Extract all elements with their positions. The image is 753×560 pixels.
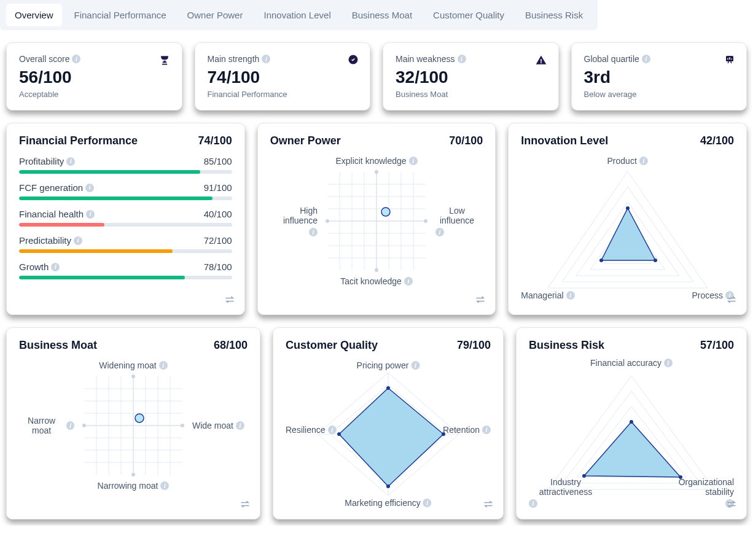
info-icon[interactable]: i xyxy=(482,426,491,434)
info-icon[interactable]: i xyxy=(51,263,60,271)
tab-financial-performance[interactable]: Financial Performance xyxy=(66,4,175,26)
metric-bar xyxy=(19,249,232,253)
panel-business-risk: Business Risk 57/100 Financial accuracyi… xyxy=(516,327,747,519)
info-icon[interactable]: i xyxy=(309,228,318,236)
innovation-chart xyxy=(526,159,729,300)
global-quartile-value: 3rd xyxy=(584,68,735,87)
info-icon[interactable]: i xyxy=(85,184,94,192)
warning-icon xyxy=(535,54,547,69)
tab-customer-quality[interactable]: Customer Quality xyxy=(424,4,513,26)
panel-title: Owner Power xyxy=(270,134,341,147)
panel-title: Business Risk xyxy=(529,339,604,352)
swap-icon[interactable] xyxy=(474,294,486,308)
info-icon[interactable]: i xyxy=(66,157,75,166)
svg-point-46 xyxy=(131,375,135,378)
panel-innovation-level: Innovation Level 42/100 Producti Process… xyxy=(508,123,747,315)
swap-icon[interactable] xyxy=(224,294,236,308)
metric-bar xyxy=(19,170,232,174)
info-icon[interactable]: i xyxy=(423,499,432,507)
panel-title: Business Moat xyxy=(19,339,97,352)
swap-icon[interactable] xyxy=(725,498,738,513)
info-icon[interactable]: i xyxy=(566,291,575,300)
metric-row: Financial healthi 40/100 xyxy=(19,209,232,227)
swap-icon[interactable] xyxy=(482,498,494,513)
swap-icon[interactable] xyxy=(239,498,251,513)
axis-left: High influencei xyxy=(275,206,318,236)
info-icon[interactable]: i xyxy=(160,481,169,490)
tab-business-moat[interactable]: Business Moat xyxy=(343,4,421,26)
info-icon[interactable]: i xyxy=(74,236,82,245)
card-global-quartile: Global quartile i 3rd Below average xyxy=(571,42,747,111)
tab-overview[interactable]: Overview xyxy=(6,4,62,26)
panel-score: 74/100 xyxy=(198,134,232,147)
axis-retention: Retentioni xyxy=(443,425,491,435)
global-quartile-sub: Below average xyxy=(584,90,735,99)
panel-owner-power: Owner Power 70/100 Explicit knowledgei H… xyxy=(257,123,496,315)
metric-row: Growthi 78/100 xyxy=(19,262,232,279)
svg-point-19 xyxy=(375,268,378,272)
info-icon[interactable]: i xyxy=(159,361,168,370)
metric-bar xyxy=(19,276,232,279)
panel-title: Financial Performance xyxy=(19,134,138,147)
axis-managerial: Manageriali xyxy=(521,290,574,300)
tab-business-risk[interactable]: Business Risk xyxy=(517,4,591,26)
svg-point-67 xyxy=(630,420,633,424)
metric-label: Profitabilityi xyxy=(19,156,75,166)
panel-customer-quality: Customer Quality 79/100 Pricing poweri R… xyxy=(273,327,504,519)
panel-score: 68/100 xyxy=(214,339,248,352)
info-icon[interactable]: i xyxy=(72,55,80,63)
swap-icon[interactable] xyxy=(725,294,738,308)
main-weakness-sub: Business Moat xyxy=(396,90,546,99)
panel-score: 42/100 xyxy=(700,134,734,147)
main-strength-sub: Financial Performance xyxy=(208,90,358,99)
svg-marker-66 xyxy=(584,422,681,477)
info-icon[interactable]: i xyxy=(411,361,419,370)
info-icon[interactable]: i xyxy=(409,157,418,165)
main-weakness-title: Main weakness xyxy=(396,54,455,64)
metric-value: 91/100 xyxy=(204,182,232,193)
main-strength-title: Main strength xyxy=(208,54,260,64)
panel-financial-performance: Financial Performance 74/100 Profitabili… xyxy=(6,123,245,315)
axis-right: Low influencei xyxy=(435,206,478,236)
info-icon[interactable]: i xyxy=(435,228,444,236)
metric-row: FCF generationi 91/100 xyxy=(19,182,232,200)
svg-point-45 xyxy=(181,424,184,427)
card-main-strength: Main strength i 74/100 Financial Perform… xyxy=(195,42,371,111)
axis-right: Wide moati xyxy=(192,421,248,430)
svg-point-18 xyxy=(375,170,378,174)
main-strength-value: 74/100 xyxy=(208,68,358,87)
axis-bottom: Narrowing moati xyxy=(98,481,170,491)
metric-label: FCF generationi xyxy=(19,182,94,193)
svg-point-47 xyxy=(131,473,135,476)
info-icon[interactable]: i xyxy=(262,55,270,63)
metric-bar xyxy=(19,223,232,227)
info-icon[interactable]: i xyxy=(86,210,95,219)
axis-financial-accuracy: Financial accuracyi xyxy=(590,358,673,368)
tab-innovation-level[interactable]: Innovation Level xyxy=(255,4,339,26)
overall-score-title: Overall score xyxy=(19,54,69,64)
info-icon[interactable]: i xyxy=(642,55,650,63)
main-weakness-value: 32/100 xyxy=(396,68,546,87)
card-overall-score: Overall score i 56/100 Acceptable xyxy=(6,42,182,111)
info-icon[interactable]: i xyxy=(529,499,537,508)
metric-value: 78/100 xyxy=(204,262,232,272)
svg-point-17 xyxy=(424,219,427,223)
svg-point-20 xyxy=(381,208,390,216)
check-icon xyxy=(348,54,359,68)
metric-value: 40/100 xyxy=(204,209,232,219)
axis-resilience: Resiliencei xyxy=(286,425,337,435)
svg-marker-26 xyxy=(601,208,655,260)
info-icon[interactable]: i xyxy=(458,55,466,63)
svg-point-29 xyxy=(599,259,603,262)
axis-top: Explicit knowledgei xyxy=(335,156,417,166)
info-icon[interactable]: i xyxy=(328,426,337,434)
info-icon[interactable]: i xyxy=(404,277,413,286)
panel-title: Innovation Level xyxy=(521,134,608,147)
info-icon[interactable]: i xyxy=(639,157,648,165)
axis-left: Narrow moati xyxy=(19,416,74,435)
panel-title: Customer Quality xyxy=(286,339,378,352)
info-icon[interactable]: i xyxy=(664,359,673,367)
info-icon[interactable]: i xyxy=(236,421,244,430)
info-icon[interactable]: i xyxy=(66,421,74,430)
tab-owner-power[interactable]: Owner Power xyxy=(179,4,252,26)
